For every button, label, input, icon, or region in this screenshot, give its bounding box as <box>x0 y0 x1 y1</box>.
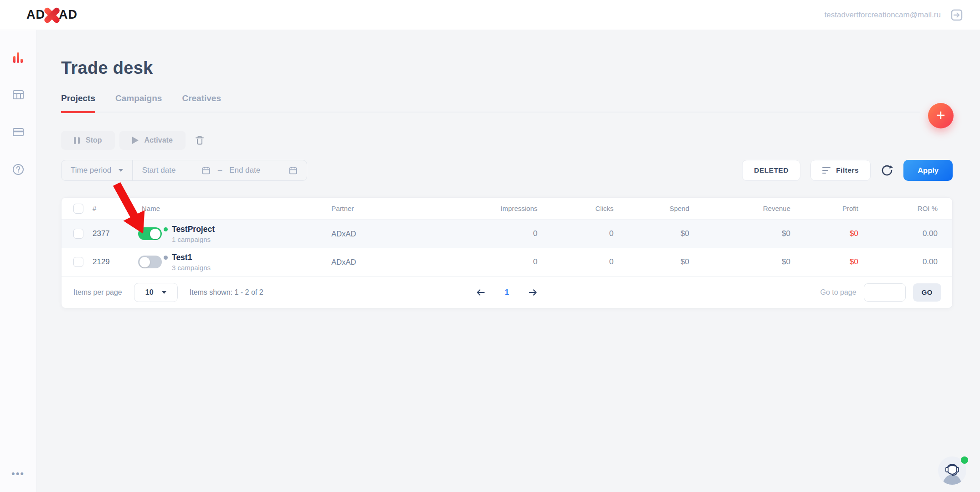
row-checkbox[interactable] <box>73 229 83 239</box>
col-spend: Spend <box>614 205 689 212</box>
tab-projects[interactable]: Projects <box>61 93 95 113</box>
chevron-down-icon <box>162 291 166 294</box>
filter-right-controls: DELETED Filters Apply <box>742 160 953 181</box>
go-button[interactable]: GO <box>913 283 941 302</box>
time-period-label: Time period <box>71 166 111 175</box>
filters-label: Filters <box>836 166 859 174</box>
sidebar-more-icon[interactable]: ••• <box>12 467 25 480</box>
cell-clicks: 0 <box>537 257 614 266</box>
select-all-checkbox[interactable] <box>73 204 83 214</box>
cell-id: 2129 <box>93 257 120 266</box>
campaigns-count: 1 campaigns <box>164 236 331 243</box>
time-period-dropdown[interactable]: Time period <box>62 160 132 180</box>
go-to-page-label: Go to page <box>820 288 856 297</box>
logo-text-right: AD <box>59 8 77 22</box>
sidebar: ••• <box>0 30 36 492</box>
cell-roi: 0.00 <box>858 257 938 266</box>
refresh-button[interactable] <box>881 164 893 177</box>
start-date-input[interactable] <box>142 166 196 175</box>
date-range-separator: – <box>218 166 222 175</box>
col-revenue: Revenue <box>689 205 790 212</box>
support-chat-button[interactable] <box>938 456 968 487</box>
bulk-actions: Stop Activate <box>61 131 953 150</box>
table-row: 2377 TestProject 1 campaigns ADxAD 0 0 $… <box>62 220 952 248</box>
col-name: Name <box>120 205 331 212</box>
tab-campaigns[interactable]: Campaigns <box>115 93 162 112</box>
status-dot <box>164 227 168 231</box>
items-per-page-label: Items per page <box>73 288 122 297</box>
bar-chart-icon <box>13 52 23 63</box>
col-partner: Partner <box>331 205 468 212</box>
table-row: 2129 Test1 3 campaigns ADxAD 0 0 $0 $0 $… <box>62 248 952 276</box>
activate-button-label: Activate <box>144 136 173 144</box>
stop-button[interactable]: Stop <box>61 131 115 150</box>
user-email: testadvertforcreationcam@mail.ru <box>825 10 941 20</box>
online-status-dot <box>961 456 968 464</box>
tab-creatives[interactable]: Creatives <box>182 93 221 112</box>
table-footer: Items per page 10 Items shown: 1 - 2 of … <box>62 276 952 308</box>
filter-lines-icon <box>822 167 830 174</box>
help-icon[interactable] <box>12 163 25 176</box>
col-roi: ROI % <box>858 205 938 212</box>
table-header: # Name Partner Impressions Clicks Spend … <box>62 198 952 220</box>
date-filter-box: Time period – <box>61 160 307 181</box>
cell-clicks: 0 <box>537 229 614 238</box>
deleted-filter-button[interactable]: DELETED <box>742 160 800 181</box>
pager: 1 <box>475 287 539 298</box>
top-bar: AD AD testadvertforcreationcam@mail.ru <box>0 0 980 30</box>
calendar-icon[interactable] <box>289 166 298 175</box>
prev-page-button[interactable] <box>475 287 486 298</box>
deleted-label: DELETED <box>754 166 789 174</box>
pause-icon <box>74 137 80 144</box>
col-clicks: Clicks <box>537 205 614 212</box>
cell-profit: $0 <box>790 257 858 266</box>
stop-button-label: Stop <box>86 136 102 144</box>
project-toggle[interactable] <box>138 256 162 268</box>
cell-revenue: $0 <box>689 229 790 238</box>
cell-spend: $0 <box>614 229 689 238</box>
logout-icon[interactable] <box>950 8 964 22</box>
add-project-button[interactable]: + <box>928 103 954 128</box>
activate-button[interactable]: Activate <box>119 131 186 150</box>
cell-impressions: 0 <box>468 229 537 238</box>
logo-x-icon <box>43 6 61 24</box>
project-name-link[interactable]: TestProject <box>172 225 215 234</box>
campaigns-count: 3 campaigns <box>164 264 331 272</box>
page-number[interactable]: 1 <box>505 288 509 297</box>
cell-spend: $0 <box>614 257 689 266</box>
go-to-page: Go to page GO <box>820 283 941 302</box>
billing-card-icon[interactable] <box>12 126 25 138</box>
col-impressions: Impressions <box>468 205 537 212</box>
page-size-select[interactable]: 10 <box>134 283 178 302</box>
cell-revenue: $0 <box>689 257 790 266</box>
adxad-logo[interactable]: AD AD <box>26 6 77 24</box>
col-profit: Profit <box>790 205 858 212</box>
page-size-value: 10 <box>145 288 154 297</box>
next-page-button[interactable] <box>527 287 539 298</box>
delete-button[interactable] <box>194 134 206 146</box>
campaigns-table-icon[interactable] <box>12 88 25 101</box>
main-content: Trade desk Projects Campaigns Creatives … <box>36 30 980 492</box>
page-title: Trade desk <box>61 58 953 78</box>
end-date-input[interactable] <box>229 166 283 175</box>
project-name-link[interactable]: Test1 <box>172 253 192 262</box>
cell-impressions: 0 <box>468 257 537 266</box>
cell-id: 2377 <box>93 229 120 238</box>
project-toggle[interactable] <box>138 227 162 240</box>
stats-icon[interactable] <box>12 51 25 64</box>
chevron-down-icon <box>119 169 123 172</box>
row-checkbox[interactable] <box>73 257 83 267</box>
tab-bar: Projects Campaigns Creatives <box>61 93 920 113</box>
go-to-page-input[interactable] <box>864 283 906 302</box>
play-icon <box>132 137 139 144</box>
cell-roi: 0.00 <box>858 229 938 238</box>
status-dot <box>164 256 168 260</box>
filters-button[interactable]: Filters <box>810 160 871 181</box>
logo-text-left: AD <box>26 8 45 22</box>
items-shown-label: Items shown: 1 - 2 of 2 <box>190 288 263 297</box>
filter-row: Time period – <box>61 160 953 181</box>
col-id: # <box>93 205 120 212</box>
apply-button[interactable]: Apply <box>903 160 953 181</box>
calendar-icon[interactable] <box>201 166 211 175</box>
projects-table: # Name Partner Impressions Clicks Spend … <box>61 197 953 308</box>
